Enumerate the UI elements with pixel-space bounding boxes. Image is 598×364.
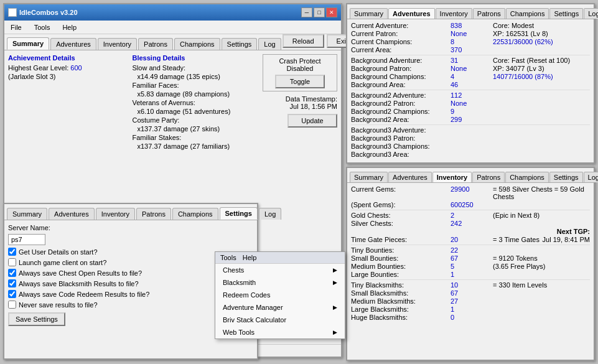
brw-extra-3: (Epic in Next 8) (493, 212, 540, 219)
trw-label-18: Background3 Area: (351, 151, 451, 158)
close-button[interactable]: ✕ (326, 7, 337, 17)
brw-row-0: Current Gems: 29900 = 598 Silver Chests … (351, 185, 590, 200)
brw-tab-settings[interactable]: Settings (549, 172, 583, 182)
menu-file[interactable]: File (7, 22, 26, 32)
save-settings-button[interactable]: Save Settings (8, 312, 65, 326)
brw-label-0: Current Gems: (351, 185, 451, 200)
menu-tools[interactable]: Tools (30, 22, 54, 32)
dropdown-item-2[interactable]: Redeem Codes (215, 289, 345, 301)
tab-summary[interactable]: Summary (7, 37, 49, 50)
blessing-title: Blessing Details (133, 54, 253, 62)
tab-adventures[interactable]: Adventures (50, 38, 96, 50)
menu-help[interactable]: Help (58, 22, 80, 32)
checkbox-1[interactable] (8, 258, 16, 266)
stab-summary[interactable]: Summary (7, 208, 47, 220)
brw-label-17: Huge Blacksmiths: (351, 314, 451, 321)
minimize-button[interactable]: ─ (301, 7, 312, 17)
trw-tab-log[interactable]: Log (584, 8, 598, 19)
dropdown-help[interactable]: Help (243, 254, 257, 261)
checkbox-0[interactable] (8, 248, 16, 256)
stab-champions[interactable]: Champions (172, 208, 218, 220)
toggle-button[interactable]: Toggle (275, 75, 325, 88)
checkbox-4[interactable] (8, 290, 16, 298)
trw-row-10: Background2 Adventure: 112 (351, 91, 590, 99)
brw-extra-0: = 598 Silver Chests = 59 Gold Chests (493, 185, 590, 200)
top-right-content: Current Adventure: 838 Core: Modest Curr… (347, 19, 594, 161)
update-button[interactable]: Update (287, 114, 337, 128)
checkbox-5[interactable] (8, 301, 16, 309)
server-name-input[interactable] (8, 234, 45, 245)
dropdown-arrow-5: ▶ (333, 329, 337, 335)
reload-button[interactable]: Reload (283, 34, 324, 48)
stab-adventures[interactable]: Adventures (49, 208, 95, 220)
brw-extra-6: = 3 Time Gates (493, 236, 540, 243)
blessing-item-1: x14.49 damage (135 epics) (133, 73, 253, 80)
dropdown-item-1[interactable]: Blacksmith ▶ (215, 276, 345, 289)
trw-label-17: Background3 Champions: (351, 142, 451, 150)
achievement-title: Achievement Details (8, 54, 129, 62)
stab-log[interactable]: Log (259, 208, 281, 220)
brw-tab-log[interactable]: Log (584, 172, 598, 182)
trw-row-1: Current Patron: None XP: 162531 (Lv 8) (351, 30, 590, 37)
brw-tab-champions[interactable]: Champions (505, 172, 549, 182)
tab-inventory[interactable]: Inventory (98, 38, 137, 50)
dropdown-arrow-0: ▶ (333, 267, 337, 273)
trw-value-18 (451, 151, 488, 158)
maximize-button[interactable]: □ (314, 7, 325, 17)
tab-log[interactable]: Log (258, 38, 281, 50)
menu-bar: File Tools Help (4, 21, 341, 34)
dropdown-item-label-4: Briv Stack Calculator (223, 316, 286, 324)
blessing-item-3: x5.83 damage (89 champions) (133, 90, 253, 98)
brw-value-4: 242 (451, 220, 488, 227)
blessing-item-7: x137.37 damage (27 skins) (133, 125, 253, 133)
trw-tab-inventory[interactable]: Inventory (436, 8, 472, 19)
dropdown-item-4[interactable]: Briv Stack Calculator (215, 314, 345, 326)
dropdown-item-label-5: Web Tools (223, 329, 255, 336)
brw-tab-adventures[interactable]: Adventures (388, 172, 432, 182)
dropdown-item-5[interactable]: Web Tools ▶ (215, 326, 345, 338)
checkbox-3[interactable] (8, 279, 16, 287)
dropdown-menu: Tools Help Chests ▶ Blacksmith ▶ Redeem … (215, 251, 345, 339)
trw-tab-patrons[interactable]: Patrons (473, 8, 505, 19)
brw-value-17: 0 (451, 314, 488, 321)
tab-patrons[interactable]: Patrons (138, 38, 173, 50)
brw-value-14: 67 (451, 289, 488, 297)
checkbox-2[interactable] (8, 269, 16, 277)
title-bar: IdleCombos v3.20 ─ □ ✕ (4, 4, 341, 21)
dropdown-item-3[interactable]: Adventure Manager ▶ (215, 301, 345, 314)
brw-label-1: (Spent Gems): (351, 201, 451, 208)
trw-tab-summary[interactable]: Summary (350, 8, 388, 19)
stab-patrons[interactable]: Patrons (136, 208, 171, 220)
trw-value-11: None (451, 100, 488, 107)
dropdown-tools[interactable]: Tools (220, 254, 236, 261)
trw-value-15 (451, 126, 488, 134)
brw-tab-summary[interactable]: Summary (350, 172, 388, 182)
brw-row-11: Large Bounties: 1 (351, 271, 590, 278)
server-name-label: Server Name: (8, 224, 50, 231)
brw-label-6: Time Gate Pieces: (351, 236, 451, 243)
stab-settings[interactable]: Settings (220, 207, 258, 220)
trw-tab-champions[interactable]: Champions (506, 8, 549, 19)
tab-champions[interactable]: Champions (174, 38, 220, 50)
brw-tab-inventory[interactable]: Inventory (432, 172, 472, 182)
brw-row-8: Tiny Bounties: 22 (351, 246, 590, 254)
brw-row-16: Large Blacksmiths: 1 (351, 306, 590, 313)
blessing-item-6: Costume Party: (133, 116, 253, 124)
brw-row-15: Medium Blacksmiths: 27 (351, 297, 590, 305)
dropdown-items: Chests ▶ Blacksmith ▶ Redeem Codes Adven… (215, 264, 345, 338)
trw-row-0: Current Adventure: 838 Core: Modest (351, 22, 590, 29)
stab-inventory[interactable]: Inventory (96, 208, 135, 220)
trw-label-10: Background2 Adventure: (351, 91, 451, 99)
brw-row-10: Medium Bounties: 5 (3.65 Free Plays) (351, 263, 590, 270)
trw-extra-7: 14077/16000 (87%) (493, 73, 553, 80)
checkbox-label-0: Get User Details on start? (19, 248, 98, 256)
trw-tab-adventures[interactable]: Adventures (388, 8, 435, 19)
trw-value-10: 112 (451, 91, 488, 99)
tab-settings[interactable]: Settings (222, 38, 258, 50)
brw-tab-patrons[interactable]: Patrons (472, 172, 505, 182)
crash-protect-label: Crash ProtectDisabled (266, 57, 334, 72)
dropdown-item-0[interactable]: Chests ▶ (215, 264, 345, 276)
achievement-panel: Achievement Details Highest Gear Level: … (8, 54, 129, 188)
trw-tab-settings[interactable]: Settings (549, 8, 583, 19)
dropdown-item-label-0: Chests (223, 266, 244, 274)
